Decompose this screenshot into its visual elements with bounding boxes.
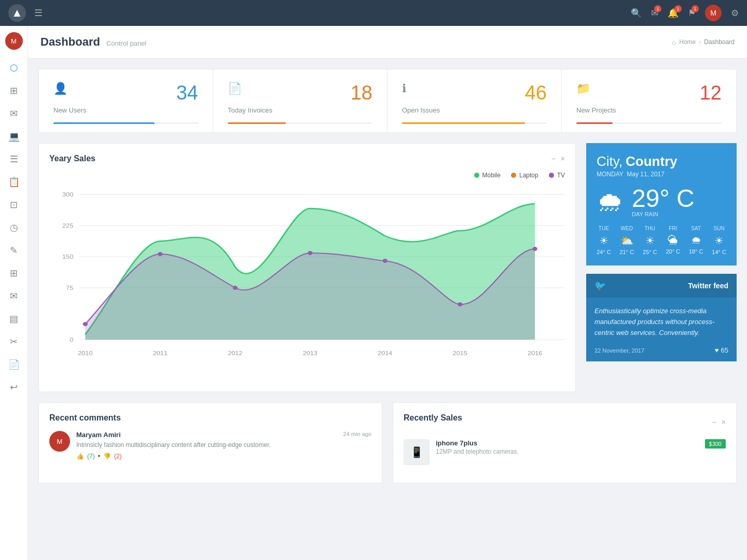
twitter-body: Enthusiastically optimize cross-media ma… xyxy=(586,298,737,346)
weather-cloud-icon: 🌧 xyxy=(597,186,624,217)
chart-close-button[interactable]: × xyxy=(561,155,565,163)
bell-icon[interactable]: 🔔 1 xyxy=(668,8,679,19)
sidebar-item-mail[interactable]: ✉ xyxy=(0,104,27,123)
forecast-sun: SUN ☀ 14° C xyxy=(712,226,726,255)
sidebar-item-table[interactable]: ⊞ xyxy=(0,263,27,283)
main-content: Dashboard Control panel ⌂ Home › Dashboa… xyxy=(28,26,747,560)
mail-icon[interactable]: ✉ 1 xyxy=(651,8,658,19)
sidebar-item-grid[interactable]: ⊞ xyxy=(0,81,27,101)
forecast-sun-icon: ☀ xyxy=(712,234,726,247)
twitter-like-count: 65 xyxy=(721,346,728,354)
svg-text:300: 300 xyxy=(62,191,74,198)
sales-minimize-button[interactable]: − xyxy=(712,418,716,426)
stat-label-issues: Open Issues xyxy=(402,106,547,114)
twitter-likes: ♥ 65 xyxy=(715,346,728,354)
comment-time: 24 min ago xyxy=(343,431,371,439)
tv-dot-3 xyxy=(233,286,238,290)
sales-controls: − × xyxy=(712,418,726,426)
forecast-sat-icon: 🌧 xyxy=(689,234,703,246)
topnav-right: 🔍 ✉ 1 🔔 1 ⚑ 1 M ⚙ xyxy=(631,5,739,21)
stat-number-issues: 46 xyxy=(525,82,547,104)
legend-dot-laptop xyxy=(511,173,516,178)
chart-container: 300 225 150 75 0 2010 2011 2012 2013 201… xyxy=(49,184,565,381)
stat-label-users: New Users xyxy=(53,106,198,114)
search-icon[interactable]: 🔍 xyxy=(631,8,642,19)
sidebar-item-list[interactable]: ☰ xyxy=(0,149,27,169)
stat-top-projects: 📁 12 xyxy=(576,82,722,104)
projects-icon: 📁 xyxy=(576,82,590,95)
logo[interactable]: ▲ xyxy=(8,4,26,22)
thumbs-up-icon[interactable]: 👍 xyxy=(76,453,84,460)
sidebar-item-share[interactable]: ↩ xyxy=(0,377,27,397)
sidebar-item-box[interactable]: ⊡ xyxy=(0,195,27,215)
sidebar-item-barchart[interactable]: ▤ xyxy=(0,309,27,329)
legend-label-mobile: Mobile xyxy=(482,172,501,179)
svg-text:2013: 2013 xyxy=(303,350,318,357)
svg-text:2016: 2016 xyxy=(528,350,543,357)
user-icon: 👤 xyxy=(53,82,67,95)
forecast-tue-label: TUE xyxy=(597,226,611,231)
forecast-fri: FRI 🌦 20° C xyxy=(666,226,680,255)
heart-icon: ♥ xyxy=(715,346,719,354)
twitter-date: 22 November, 2017 xyxy=(594,347,644,354)
chart-title: Yeary Sales xyxy=(49,154,95,163)
weather-full-date: May 11, 2017 xyxy=(627,171,665,178)
svg-text:225: 225 xyxy=(62,222,74,229)
sales-item: 📱 iphone 7plus 12MP and telephoto camera… xyxy=(404,439,726,465)
thumbs-down-icon[interactable]: 👎 xyxy=(103,453,111,460)
sidebar-item-tool[interactable]: ✂ xyxy=(0,332,27,352)
sidebar-avatar[interactable]: M xyxy=(5,32,23,50)
tv-dot-4 xyxy=(308,251,312,255)
chart-minimize-button[interactable]: − xyxy=(551,155,556,163)
forecast-wed-temp: 21° C xyxy=(619,249,634,255)
legend-dot-tv xyxy=(549,173,554,178)
hamburger-button[interactable]: ☰ xyxy=(34,7,43,19)
forecast-tue-icon: ☀ xyxy=(597,234,611,247)
sidebar-item-clock[interactable]: ◷ xyxy=(0,218,27,237)
comment-author: Maryam Amiri xyxy=(76,431,121,439)
forecast-tue-temp: 24° C xyxy=(597,249,611,255)
stat-bar-fill-users xyxy=(53,122,155,124)
comment-actions: 👍 (7) • 👎 (2) xyxy=(76,453,371,460)
svg-text:2010: 2010 xyxy=(78,350,93,357)
stat-bar-users xyxy=(53,122,198,124)
settings-icon[interactable]: ⚙ xyxy=(731,8,739,19)
sidebar-item-copy[interactable]: 📋 xyxy=(0,172,27,192)
legend-label-laptop: Laptop xyxy=(519,172,538,179)
forecast-fri-temp: 20° C xyxy=(666,248,680,255)
recently-sales-header: Recently Sales − × xyxy=(404,413,726,431)
page-title: Dashboard xyxy=(40,35,100,49)
tv-dot-6 xyxy=(458,302,462,306)
sidebar-item-laptop[interactable]: 💻 xyxy=(0,127,27,146)
breadcrumb-separator: › xyxy=(699,38,701,46)
user-avatar[interactable]: M xyxy=(705,5,722,21)
stat-bar-fill-projects xyxy=(576,122,613,124)
sidebar-item-document[interactable]: 📄 xyxy=(0,355,27,374)
weather-condition: DAY RAIN xyxy=(632,211,695,217)
weather-widget: City, Country MONDAY May 11, 2017 🌧 29° … xyxy=(586,143,737,265)
sales-close-button[interactable]: × xyxy=(722,418,726,426)
weather-main: 🌧 29° C DAY RAIN xyxy=(597,186,726,217)
tv-dot-1 xyxy=(83,322,88,326)
tv-dot-7 xyxy=(533,247,537,251)
tv-dot-2 xyxy=(158,252,162,256)
sidebar: M ⬡ ⊞ ✉ 💻 ☰ 📋 ⊡ ◷ ✎ ⊞ ✉ ▤ ✂ 📄 ↩ xyxy=(0,26,28,560)
bottom-row: Recent comments M Maryam Amiri 24 min ag… xyxy=(38,402,737,483)
page-subtitle: Control panel xyxy=(106,39,146,47)
flag-icon[interactable]: ⚑ 1 xyxy=(688,8,696,19)
svg-text:2015: 2015 xyxy=(453,350,468,357)
sidebar-item-envelope[interactable]: ✉ xyxy=(0,286,27,306)
stat-card-new-users: 👤 34 New Users xyxy=(39,69,213,132)
twitter-header: 🐦 Twitter feed xyxy=(586,274,737,298)
bell-badge: 1 xyxy=(674,5,682,12)
sales-product-name: iphone 7plus xyxy=(436,439,699,447)
comment-content: Maryam Amiri 24 min ago Intrinsicly fash… xyxy=(76,431,371,460)
sidebar-item-dashboard[interactable]: ⬡ xyxy=(0,58,27,78)
content-row: Yeary Sales − × Mobile Laptop TV xyxy=(38,143,737,392)
sidebar-item-note[interactable]: ✎ xyxy=(0,241,27,260)
invoice-icon: 📄 xyxy=(228,82,242,95)
breadcrumb-home[interactable]: Home xyxy=(679,38,696,46)
weather-unit: C xyxy=(676,185,695,212)
forecast-thu-icon: ☀ xyxy=(643,234,657,247)
stats-row: 👤 34 New Users 📄 18 Today Invoices ℹ 46 xyxy=(38,69,737,133)
